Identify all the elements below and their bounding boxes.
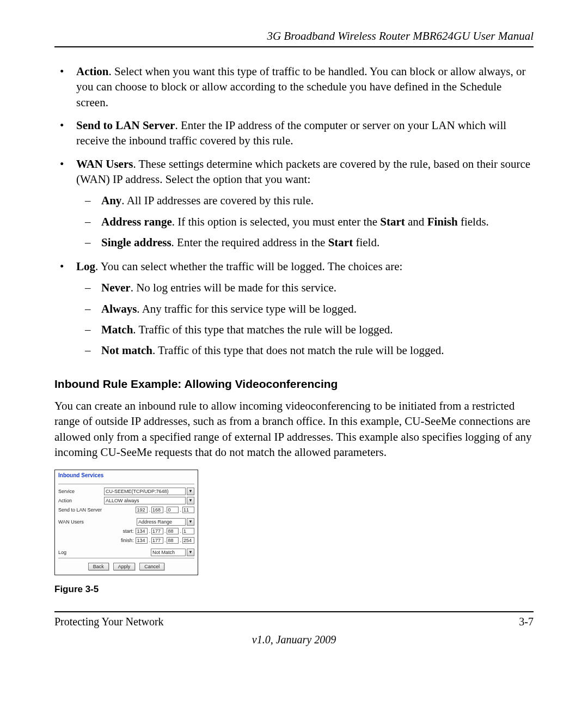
page-footer: Protecting Your Network 3-7 v1.0, Januar… xyxy=(54,611,534,646)
label-wan-users: WAN Users xyxy=(58,519,104,525)
wan-sub-range: Address range. If this option is selecte… xyxy=(98,214,534,230)
text-range-mid: and xyxy=(405,215,427,228)
finish-ip-4[interactable]: 254 xyxy=(182,537,194,544)
start-ip-group: 134. 177. 88. 1 xyxy=(136,528,194,534)
term-always: Always xyxy=(101,302,137,315)
term-log: Log xyxy=(76,260,95,273)
text-match: . Traffic of this type that matches the … xyxy=(133,323,393,336)
term-send-lan: Send to LAN Server xyxy=(76,119,175,132)
finish-ip-group: 134. 177. 88. 254 xyxy=(136,537,194,544)
row-action: Action ALLOW always ▼ xyxy=(58,497,194,504)
log-sub-notmatch: Not match. Traffic of this type that doe… xyxy=(98,342,534,358)
text-range-a: . If this option is selected, you must e… xyxy=(172,215,381,228)
term-single: Single address xyxy=(101,236,171,249)
label-action: Action xyxy=(58,498,104,503)
chevron-down-icon[interactable]: ▼ xyxy=(187,488,194,495)
label-send-lan: Send to LAN Server xyxy=(58,507,104,513)
term-never: Never xyxy=(101,281,131,294)
term-action: Action xyxy=(76,65,109,78)
bullet-log: Log. You can select whether the traffic … xyxy=(73,259,534,359)
start-ip-1[interactable]: 134 xyxy=(136,528,148,534)
wan-mode-value: Address Range xyxy=(138,519,172,525)
lan-ip-group: 192. 168. 0. 11 xyxy=(136,507,194,513)
bullet-send-lan: Send to LAN Server. Enter the IP address… xyxy=(73,118,534,149)
chevron-down-icon[interactable]: ▼ xyxy=(187,549,194,556)
bullet-list: Action. Select when you want this type o… xyxy=(54,64,534,359)
back-button[interactable]: Back xyxy=(88,563,109,570)
bullet-wan-users: WAN Users. These settings determine whic… xyxy=(73,156,534,251)
lan-ip-1[interactable]: 192 xyxy=(136,507,148,513)
section-heading: Inbound Rule Example: Allowing Videoconf… xyxy=(54,378,534,391)
figure-caption: Figure 3-5 xyxy=(54,584,534,595)
chevron-down-icon[interactable]: ▼ xyxy=(187,497,194,504)
finish-ip-2[interactable]: 177 xyxy=(151,537,163,544)
cancel-button[interactable]: Cancel xyxy=(139,563,164,570)
inbound-services-panel: Inbound Services Service CU-SEEME(TCP/UD… xyxy=(54,470,198,575)
term-wan: WAN Users xyxy=(76,157,133,171)
running-header: 3G Broadband Wireless Router MBR624GU Us… xyxy=(54,29,534,43)
log-value: Not Match xyxy=(152,550,175,555)
footer-left: Protecting Your Network xyxy=(54,616,164,628)
start-ip-3[interactable]: 88 xyxy=(167,528,179,534)
footer-right: 3-7 xyxy=(519,616,534,628)
action-value: ALLOW always xyxy=(106,498,139,503)
text-single-b: field. xyxy=(353,236,379,249)
start-ip-2[interactable]: 177 xyxy=(151,528,163,534)
term-finish: Finish xyxy=(427,215,458,228)
term-notmatch: Not match xyxy=(101,344,152,357)
panel-rule-bottom xyxy=(58,558,194,558)
finish-ip-3[interactable]: 88 xyxy=(167,537,179,544)
chevron-down-icon[interactable]: ▼ xyxy=(187,518,194,526)
wan-sub-any: Any. All IP addresses are covered by thi… xyxy=(98,192,534,209)
footer-rule xyxy=(54,611,534,612)
text-always: . Any traffic for this service type will… xyxy=(137,302,357,315)
text-single-a: . Enter the required address in the xyxy=(171,236,328,249)
log-sub-never: Never. No log entries will be made for t… xyxy=(98,279,534,296)
footer-version: v1.0, January 2009 xyxy=(54,634,534,646)
header-rule xyxy=(54,46,534,47)
row-start-ip: start: 134. 177. 88. 1 xyxy=(58,527,194,535)
lan-ip-3[interactable]: 0 xyxy=(167,507,179,513)
lan-ip-2[interactable]: 168 xyxy=(151,507,163,513)
page: 3G Broadband Wireless Router MBR624GU Us… xyxy=(0,0,588,706)
label-service: Service xyxy=(58,489,104,494)
text-never: . No log entries will be made for this s… xyxy=(131,281,336,294)
service-value: CU-SEEME(TCP/UDP:7648) xyxy=(106,489,169,494)
row-service: Service CU-SEEME(TCP/UDP:7648) ▼ xyxy=(58,488,194,495)
bullet-action: Action. Select when you want this type o… xyxy=(73,64,534,110)
log-sublist: Never. No log entries will be made for t… xyxy=(76,279,534,359)
row-send-lan: Send to LAN Server 192. 168. 0. 11 xyxy=(58,506,194,514)
label-log: Log xyxy=(58,550,104,555)
term-match: Match xyxy=(101,323,133,336)
section-paragraph: You can create an inbound rule to allow … xyxy=(54,398,534,460)
wan-mode-select[interactable]: Address Range xyxy=(137,518,186,526)
action-select[interactable]: ALLOW always xyxy=(104,497,186,504)
row-wan-users: WAN Users Address Range ▼ xyxy=(58,518,194,526)
label-finish: finish: xyxy=(121,538,134,543)
button-row: Back Apply Cancel xyxy=(58,563,194,570)
text-notmatch: . Traffic of this type that does not mat… xyxy=(152,344,444,357)
term-any: Any xyxy=(101,194,121,207)
term-range: Address range xyxy=(101,215,172,228)
term-start: Start xyxy=(380,215,405,228)
log-select[interactable]: Not Match xyxy=(151,549,186,556)
start-ip-4[interactable]: 1 xyxy=(182,528,194,534)
panel-rule xyxy=(58,484,194,484)
text-wan: . These settings determine which packets… xyxy=(76,157,530,186)
service-select[interactable]: CU-SEEME(TCP/UDP:7648) xyxy=(104,488,186,495)
label-start: start: xyxy=(122,528,133,534)
text-log: . You can select whether the traffic wil… xyxy=(95,260,402,273)
wan-sublist: Any. All IP addresses are covered by thi… xyxy=(76,192,534,251)
wan-sub-single: Single address. Enter the required addre… xyxy=(98,234,534,251)
panel-title: Inbound Services xyxy=(58,472,194,478)
log-sub-always: Always. Any traffic for this service typ… xyxy=(98,301,534,317)
apply-button[interactable]: Apply xyxy=(113,563,136,570)
term-single-start: Start xyxy=(328,236,353,249)
finish-ip-1[interactable]: 134 xyxy=(136,537,148,544)
lan-ip-4[interactable]: 11 xyxy=(182,507,194,513)
text-range-b: fields. xyxy=(458,215,489,228)
row-finish-ip: finish: 134. 177. 88. 254 xyxy=(58,537,194,544)
text-action: . Select when you want this type of traf… xyxy=(76,65,525,109)
row-log: Log Not Match ▼ xyxy=(58,549,194,556)
text-any: . All IP addresses are covered by this r… xyxy=(121,194,314,207)
